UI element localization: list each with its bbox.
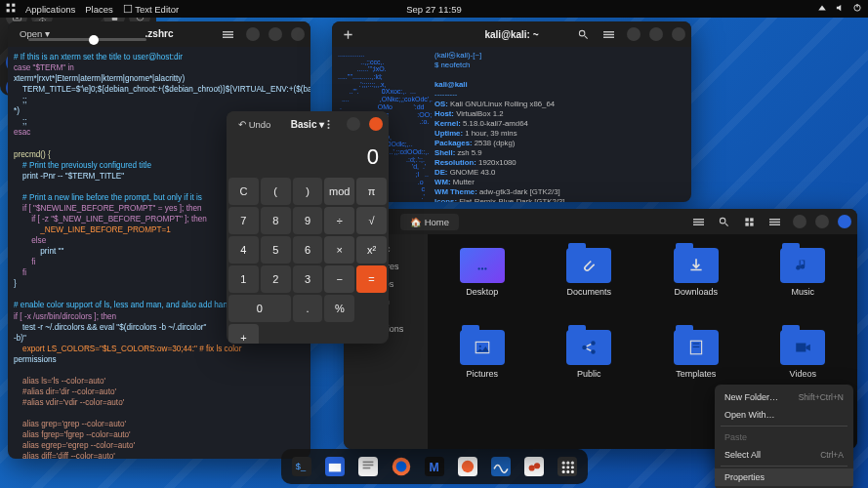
calc-key-8[interactable]: 8: [261, 207, 291, 234]
minimize-button[interactable]: [246, 27, 260, 41]
calc-key-÷[interactable]: ÷: [324, 207, 354, 234]
list-icon[interactable]: [688, 212, 708, 231]
view-icon[interactable]: [739, 212, 759, 231]
dock-files[interactable]: [322, 454, 348, 479]
minimize-button[interactable]: [793, 215, 806, 228]
files-titlebar[interactable]: 🏠 Home: [344, 209, 857, 234]
svg-rect-0: [7, 4, 10, 7]
applications-menu[interactable]: Applications: [25, 4, 75, 15]
power-icon[interactable]: [852, 3, 862, 15]
folder-documents[interactable]: Documents: [545, 248, 635, 320]
calc-key-C[interactable]: C: [228, 178, 259, 205]
editor-titlebar[interactable]: Open ▾ .zshrc: [8, 21, 310, 47]
calc-key-2[interactable]: 2: [261, 265, 291, 293]
maximize-button[interactable]: [269, 27, 282, 41]
svg-point-76: [561, 466, 564, 468]
dock-metasploit[interactable]: M: [422, 454, 447, 479]
menu-icon[interactable]: [765, 212, 784, 231]
calc-key-mod[interactable]: mod: [324, 178, 354, 205]
new-tab-icon[interactable]: [338, 24, 357, 44]
places-menu[interactable]: Places: [85, 4, 113, 15]
breadcrumb[interactable]: 🏠 Home: [400, 214, 459, 230]
calc-key-6[interactable]: 6: [293, 236, 323, 264]
svg-point-14: [327, 120, 329, 122]
menu-icon[interactable]: [599, 24, 618, 44]
maximize-button[interactable]: [649, 27, 663, 41]
volume-icon[interactable]: [835, 3, 845, 15]
close-button[interactable]: [369, 117, 383, 131]
calc-key- )[interactable]: ): [293, 178, 323, 205]
svg-text:$_: $_: [295, 462, 306, 471]
activities-button[interactable]: [6, 3, 16, 15]
calc-key-π[interactable]: π: [356, 178, 387, 205]
calc-key-5[interactable]: 5: [261, 236, 291, 264]
ctx-open-with-[interactable]: Open With…: [715, 406, 853, 424]
calc-key-.[interactable]: .: [293, 295, 323, 322]
dock-editor[interactable]: [355, 454, 381, 479]
calc-key-x²[interactable]: x²: [356, 236, 387, 264]
calc-key-=[interactable]: =: [356, 265, 387, 293]
calc-key-√[interactable]: √: [356, 207, 387, 234]
calc-mode[interactable]: Basic ▾: [291, 119, 324, 130]
calc-key-%[interactable]: %: [324, 295, 354, 322]
neofetch-info: (kali㉿kali)-[~]$ neofetch kali@kali-----…: [434, 51, 584, 202]
svg-rect-32: [750, 218, 753, 221]
calc-key-0[interactable]: 0: [228, 295, 291, 322]
ctx-properties[interactable]: Properties: [715, 468, 853, 486]
calc-key-+[interactable]: +: [228, 324, 259, 344]
svg-rect-2: [7, 9, 10, 12]
maximize-button[interactable]: [815, 215, 829, 228]
search-icon[interactable]: [714, 212, 733, 231]
ctx-new-folder-[interactable]: New Folder…Shift+Ctrl+N: [715, 388, 853, 406]
svg-point-30: [720, 218, 725, 224]
calc-key-7[interactable]: 7: [228, 207, 259, 234]
svg-point-10: [579, 30, 585, 36]
calc-key-9[interactable]: 9: [293, 207, 323, 234]
undo-button[interactable]: ↶ Undo: [232, 117, 276, 132]
calc-key-4[interactable]: 4: [228, 236, 259, 264]
dock-terminal[interactable]: $_: [289, 454, 314, 479]
active-app[interactable]: Text Editor: [123, 4, 179, 15]
svg-rect-59: [362, 462, 373, 464]
svg-point-79: [561, 470, 564, 473]
menu-icon[interactable]: [218, 24, 237, 44]
svg-point-70: [528, 465, 534, 470]
dock-apps-grid[interactable]: [555, 454, 580, 479]
svg-rect-61: [362, 468, 370, 469]
close-button[interactable]: [838, 215, 851, 228]
folder-downloads[interactable]: Downloads: [651, 248, 741, 320]
svg-rect-52: [692, 346, 699, 347]
dock-wireshark[interactable]: [488, 454, 514, 479]
svg-point-71: [534, 463, 540, 468]
svg-rect-34: [750, 223, 753, 225]
minimize-button[interactable]: [347, 117, 360, 131]
close-button[interactable]: [291, 27, 305, 41]
folder-public[interactable]: Public: [545, 330, 635, 402]
svg-point-16: [327, 126, 329, 128]
calc-key-1[interactable]: 1: [228, 265, 259, 293]
calc-titlebar[interactable]: ↶ Undo Basic ▾: [227, 111, 389, 137]
search-icon[interactable]: [573, 24, 593, 44]
calc-key-3[interactable]: 3: [293, 265, 323, 293]
minimize-button[interactable]: [627, 27, 641, 41]
clock[interactable]: Sep 27 11:59: [406, 4, 462, 15]
svg-rect-27: [693, 219, 704, 220]
network-icon[interactable]: [817, 3, 827, 15]
terminal-title: kali@kali: ~: [484, 29, 538, 40]
calc-key-([interactable]: (: [261, 178, 291, 205]
folder-pictures[interactable]: Pictures: [437, 330, 527, 402]
terminal-titlebar[interactable]: kali@kali: ~: [332, 21, 691, 47]
svg-rect-9: [223, 36, 233, 37]
svg-point-74: [566, 462, 569, 465]
folder-desktop[interactable]: Desktop: [437, 248, 527, 320]
folder-music[interactable]: Music: [759, 248, 848, 320]
svg-rect-57: [328, 464, 340, 471]
calc-key-×[interactable]: ×: [324, 236, 354, 264]
ctx-select-all[interactable]: Select AllCtrl+A: [715, 446, 853, 464]
svg-rect-35: [769, 219, 780, 220]
dock-cherrytree[interactable]: [521, 454, 547, 479]
calc-key-−[interactable]: −: [324, 265, 354, 293]
dock-burp[interactable]: [455, 454, 480, 479]
dock-firefox[interactable]: [389, 454, 414, 479]
close-button[interactable]: [672, 27, 685, 41]
